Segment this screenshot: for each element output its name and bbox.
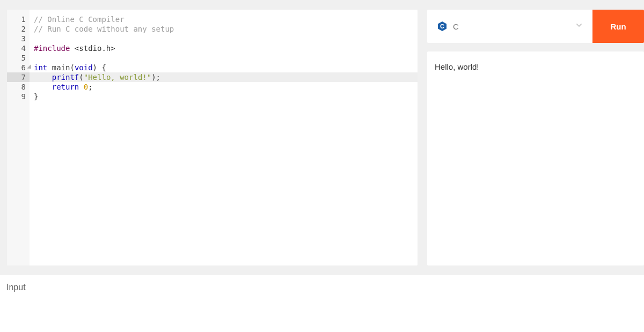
input-label: Input xyxy=(4,283,640,292)
line-number: 1 xyxy=(7,14,30,24)
output-text: Hello, world! xyxy=(435,62,636,71)
line-number: 6 xyxy=(7,63,30,72)
code-line xyxy=(30,34,418,43)
code-line: int main(void) { xyxy=(30,63,418,72)
language-label: C xyxy=(453,22,570,31)
code-line: // Run C code without any setup xyxy=(30,24,418,34)
line-number: 3 xyxy=(7,34,30,43)
c-language-icon: C xyxy=(437,21,448,32)
input-panel[interactable]: Input xyxy=(0,275,644,332)
code-area[interactable]: // Online C Compiler // Run C code witho… xyxy=(30,10,418,265)
line-number: 9 xyxy=(7,92,30,101)
output-panel: Hello, world! xyxy=(427,51,644,265)
svg-text:C: C xyxy=(440,23,444,29)
chevron-down-icon xyxy=(575,21,583,31)
code-line: #include <stdio.h> xyxy=(30,43,418,53)
code-line: printf("Hello, world!"); xyxy=(30,72,418,82)
code-editor[interactable]: 1 2 3 4 5 6 7 8 9 // Online C Compiler /… xyxy=(7,10,418,265)
code-line: } xyxy=(30,92,418,101)
line-number: 4 xyxy=(7,43,30,53)
code-line: // Online C Compiler xyxy=(30,14,418,24)
code-line xyxy=(30,53,418,63)
line-number: 7 xyxy=(7,72,30,82)
line-number: 2 xyxy=(7,24,30,34)
line-gutter: 1 2 3 4 5 6 7 8 9 xyxy=(7,10,30,265)
language-selector[interactable]: C C xyxy=(427,10,592,43)
toolbar: C C Run xyxy=(427,10,644,43)
line-number: 5 xyxy=(7,53,30,63)
line-number: 8 xyxy=(7,82,30,92)
code-line: return 0; xyxy=(30,82,418,92)
run-button[interactable]: Run xyxy=(592,10,644,43)
